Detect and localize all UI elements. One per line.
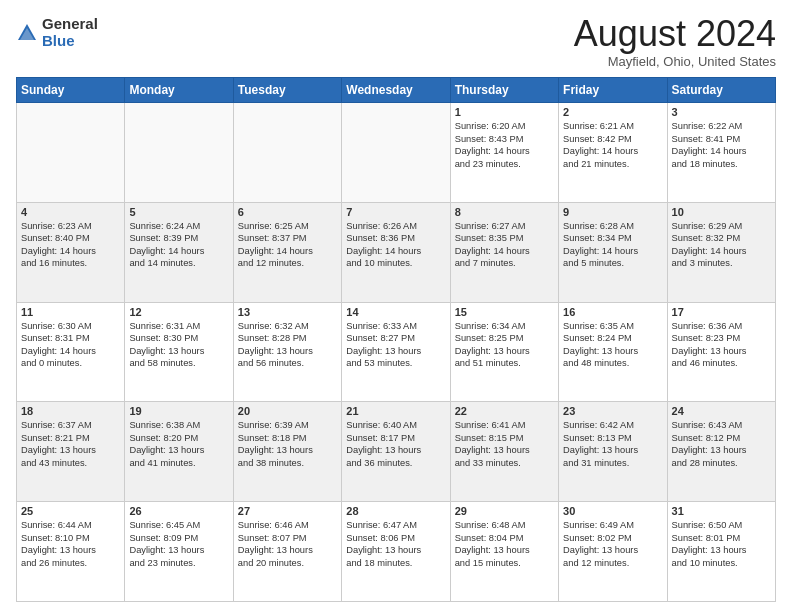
calendar-cell: 8Sunrise: 6:27 AMSunset: 8:35 PMDaylight… xyxy=(450,202,558,302)
day-number: 11 xyxy=(21,306,120,318)
cell-content: Sunrise: 6:25 AMSunset: 8:37 PMDaylight:… xyxy=(238,220,337,270)
calendar-cell: 5Sunrise: 6:24 AMSunset: 8:39 PMDaylight… xyxy=(125,202,233,302)
calendar-cell: 1Sunrise: 6:20 AMSunset: 8:43 PMDaylight… xyxy=(450,103,558,203)
cell-content: Sunrise: 6:35 AMSunset: 8:24 PMDaylight:… xyxy=(563,320,662,370)
day-header-sunday: Sunday xyxy=(17,78,125,103)
month-title: August 2024 xyxy=(574,16,776,52)
day-number: 4 xyxy=(21,206,120,218)
cell-content: Sunrise: 6:40 AMSunset: 8:17 PMDaylight:… xyxy=(346,419,445,469)
calendar-cell: 21Sunrise: 6:40 AMSunset: 8:17 PMDayligh… xyxy=(342,402,450,502)
day-number: 2 xyxy=(563,106,662,118)
day-number: 5 xyxy=(129,206,228,218)
day-header-wednesday: Wednesday xyxy=(342,78,450,103)
day-number: 19 xyxy=(129,405,228,417)
calendar-cell: 30Sunrise: 6:49 AMSunset: 8:02 PMDayligh… xyxy=(559,502,667,602)
day-number: 25 xyxy=(21,505,120,517)
day-header-friday: Friday xyxy=(559,78,667,103)
cell-content: Sunrise: 6:41 AMSunset: 8:15 PMDaylight:… xyxy=(455,419,554,469)
day-number: 12 xyxy=(129,306,228,318)
calendar-week-row: 25Sunrise: 6:44 AMSunset: 8:10 PMDayligh… xyxy=(17,502,776,602)
day-header-saturday: Saturday xyxy=(667,78,775,103)
calendar-cell: 7Sunrise: 6:26 AMSunset: 8:36 PMDaylight… xyxy=(342,202,450,302)
calendar-cell xyxy=(342,103,450,203)
calendar-cell: 14Sunrise: 6:33 AMSunset: 8:27 PMDayligh… xyxy=(342,302,450,402)
calendar-week-row: 11Sunrise: 6:30 AMSunset: 8:31 PMDayligh… xyxy=(17,302,776,402)
cell-content: Sunrise: 6:38 AMSunset: 8:20 PMDaylight:… xyxy=(129,419,228,469)
calendar-cell: 2Sunrise: 6:21 AMSunset: 8:42 PMDaylight… xyxy=(559,103,667,203)
cell-content: Sunrise: 6:36 AMSunset: 8:23 PMDaylight:… xyxy=(672,320,771,370)
day-number: 1 xyxy=(455,106,554,118)
calendar-cell: 17Sunrise: 6:36 AMSunset: 8:23 PMDayligh… xyxy=(667,302,775,402)
day-header-tuesday: Tuesday xyxy=(233,78,341,103)
page: General Blue August 2024 Mayfield, Ohio,… xyxy=(0,0,792,612)
cell-content: Sunrise: 6:20 AMSunset: 8:43 PMDaylight:… xyxy=(455,120,554,170)
day-number: 23 xyxy=(563,405,662,417)
calendar-cell: 9Sunrise: 6:28 AMSunset: 8:34 PMDaylight… xyxy=(559,202,667,302)
day-number: 31 xyxy=(672,505,771,517)
logo-text: General Blue xyxy=(42,16,98,49)
calendar-header-row: SundayMondayTuesdayWednesdayThursdayFrid… xyxy=(17,78,776,103)
cell-content: Sunrise: 6:37 AMSunset: 8:21 PMDaylight:… xyxy=(21,419,120,469)
calendar-cell: 24Sunrise: 6:43 AMSunset: 8:12 PMDayligh… xyxy=(667,402,775,502)
calendar-cell: 20Sunrise: 6:39 AMSunset: 8:18 PMDayligh… xyxy=(233,402,341,502)
calendar-cell: 23Sunrise: 6:42 AMSunset: 8:13 PMDayligh… xyxy=(559,402,667,502)
header: General Blue August 2024 Mayfield, Ohio,… xyxy=(16,16,776,69)
cell-content: Sunrise: 6:46 AMSunset: 8:07 PMDaylight:… xyxy=(238,519,337,569)
cell-content: Sunrise: 6:26 AMSunset: 8:36 PMDaylight:… xyxy=(346,220,445,270)
calendar-cell: 18Sunrise: 6:37 AMSunset: 8:21 PMDayligh… xyxy=(17,402,125,502)
calendar-cell: 10Sunrise: 6:29 AMSunset: 8:32 PMDayligh… xyxy=(667,202,775,302)
day-header-thursday: Thursday xyxy=(450,78,558,103)
cell-content: Sunrise: 6:48 AMSunset: 8:04 PMDaylight:… xyxy=(455,519,554,569)
day-number: 14 xyxy=(346,306,445,318)
day-number: 21 xyxy=(346,405,445,417)
calendar-week-row: 4Sunrise: 6:23 AMSunset: 8:40 PMDaylight… xyxy=(17,202,776,302)
calendar-week-row: 1Sunrise: 6:20 AMSunset: 8:43 PMDaylight… xyxy=(17,103,776,203)
calendar-cell: 25Sunrise: 6:44 AMSunset: 8:10 PMDayligh… xyxy=(17,502,125,602)
day-number: 30 xyxy=(563,505,662,517)
day-number: 20 xyxy=(238,405,337,417)
cell-content: Sunrise: 6:29 AMSunset: 8:32 PMDaylight:… xyxy=(672,220,771,270)
day-number: 3 xyxy=(672,106,771,118)
cell-content: Sunrise: 6:24 AMSunset: 8:39 PMDaylight:… xyxy=(129,220,228,270)
cell-content: Sunrise: 6:32 AMSunset: 8:28 PMDaylight:… xyxy=(238,320,337,370)
day-header-monday: Monday xyxy=(125,78,233,103)
calendar-cell xyxy=(233,103,341,203)
day-number: 9 xyxy=(563,206,662,218)
day-number: 15 xyxy=(455,306,554,318)
calendar-table: SundayMondayTuesdayWednesdayThursdayFrid… xyxy=(16,77,776,602)
calendar-cell: 19Sunrise: 6:38 AMSunset: 8:20 PMDayligh… xyxy=(125,402,233,502)
cell-content: Sunrise: 6:49 AMSunset: 8:02 PMDaylight:… xyxy=(563,519,662,569)
calendar-cell: 15Sunrise: 6:34 AMSunset: 8:25 PMDayligh… xyxy=(450,302,558,402)
calendar-cell: 12Sunrise: 6:31 AMSunset: 8:30 PMDayligh… xyxy=(125,302,233,402)
logo-icon xyxy=(16,22,38,44)
cell-content: Sunrise: 6:47 AMSunset: 8:06 PMDaylight:… xyxy=(346,519,445,569)
calendar-cell: 22Sunrise: 6:41 AMSunset: 8:15 PMDayligh… xyxy=(450,402,558,502)
calendar-cell: 31Sunrise: 6:50 AMSunset: 8:01 PMDayligh… xyxy=(667,502,775,602)
day-number: 22 xyxy=(455,405,554,417)
day-number: 28 xyxy=(346,505,445,517)
cell-content: Sunrise: 6:28 AMSunset: 8:34 PMDaylight:… xyxy=(563,220,662,270)
day-number: 24 xyxy=(672,405,771,417)
logo-blue-text: Blue xyxy=(42,32,75,49)
location: Mayfield, Ohio, United States xyxy=(574,54,776,69)
calendar-cell xyxy=(125,103,233,203)
day-number: 13 xyxy=(238,306,337,318)
calendar-cell: 4Sunrise: 6:23 AMSunset: 8:40 PMDaylight… xyxy=(17,202,125,302)
cell-content: Sunrise: 6:21 AMSunset: 8:42 PMDaylight:… xyxy=(563,120,662,170)
calendar-cell: 26Sunrise: 6:45 AMSunset: 8:09 PMDayligh… xyxy=(125,502,233,602)
day-number: 18 xyxy=(21,405,120,417)
calendar-cell: 6Sunrise: 6:25 AMSunset: 8:37 PMDaylight… xyxy=(233,202,341,302)
day-number: 7 xyxy=(346,206,445,218)
day-number: 16 xyxy=(563,306,662,318)
day-number: 27 xyxy=(238,505,337,517)
cell-content: Sunrise: 6:23 AMSunset: 8:40 PMDaylight:… xyxy=(21,220,120,270)
calendar-cell: 27Sunrise: 6:46 AMSunset: 8:07 PMDayligh… xyxy=(233,502,341,602)
cell-content: Sunrise: 6:30 AMSunset: 8:31 PMDaylight:… xyxy=(21,320,120,370)
calendar-cell xyxy=(17,103,125,203)
logo-general-text: General xyxy=(42,15,98,32)
cell-content: Sunrise: 6:27 AMSunset: 8:35 PMDaylight:… xyxy=(455,220,554,270)
cell-content: Sunrise: 6:45 AMSunset: 8:09 PMDaylight:… xyxy=(129,519,228,569)
calendar-cell: 28Sunrise: 6:47 AMSunset: 8:06 PMDayligh… xyxy=(342,502,450,602)
day-number: 17 xyxy=(672,306,771,318)
day-number: 8 xyxy=(455,206,554,218)
